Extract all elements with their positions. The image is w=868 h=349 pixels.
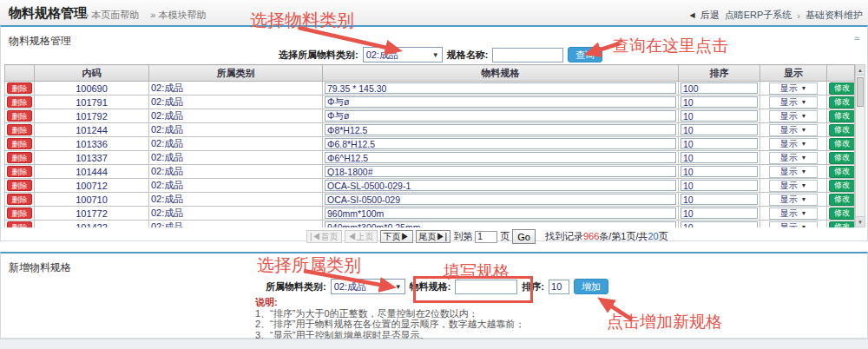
sort-cell-input[interactable] (681, 180, 758, 191)
scroll-down-icon[interactable]: ▼ (856, 216, 865, 227)
spec-name-input[interactable] (492, 48, 563, 63)
annotation-select-category: 选择物料类别 (250, 9, 354, 32)
table-row: 删除 101791 02:成品 显示 ▼ 修改 (5, 95, 855, 109)
delete-button[interactable]: 删除 (7, 180, 32, 191)
sort-cell-input[interactable] (681, 124, 758, 135)
spec-cell-input[interactable] (325, 138, 676, 149)
modify-button[interactable]: 修改 (829, 124, 855, 136)
modify-button[interactable]: 修改 (829, 166, 855, 178)
spec-cell-input[interactable] (325, 207, 676, 219)
delete-button[interactable]: 删除 (7, 124, 32, 135)
scrollbar-thumb[interactable] (857, 77, 864, 107)
delete-button[interactable]: 删除 (7, 207, 32, 219)
add-category-label: 所属物料类别: (266, 280, 326, 293)
sort-cell-input[interactable] (681, 166, 758, 177)
header-blank (5, 65, 35, 82)
spec-cell-input[interactable] (325, 152, 676, 163)
category-filter-label: 选择所属物料类别: (279, 49, 358, 62)
delete-button[interactable]: 删除 (7, 110, 32, 122)
prev-page-button[interactable]: ◀上页 (345, 230, 378, 243)
display-select[interactable]: 显示 ▼ (769, 96, 818, 109)
sort-cell-input[interactable] (681, 221, 758, 227)
spec-cell-input[interactable] (325, 180, 676, 191)
row-code: 101772 (35, 207, 149, 221)
sort-cell-input[interactable] (681, 82, 758, 94)
breadcrumb-separator: › (797, 10, 800, 21)
add-category-select[interactable]: 02:成品 ▼ (331, 279, 405, 294)
spec-cell-input[interactable] (325, 124, 676, 135)
go-button[interactable]: Go (512, 229, 536, 244)
modify-button[interactable]: 修改 (829, 110, 855, 122)
display-select[interactable]: 显示 ▼ (769, 207, 818, 220)
row-code: 101791 (35, 95, 149, 109)
display-select-value: 显示 (780, 96, 798, 109)
display-select[interactable]: 显示 ▼ (769, 82, 818, 95)
back-icon: ◀ (690, 11, 695, 19)
sort-cell-input[interactable] (681, 207, 758, 219)
spec-name-label: 规格名称: (447, 49, 489, 62)
display-select[interactable]: 显示 ▼ (769, 110, 818, 122)
row-code: 101336 (35, 137, 149, 151)
delete-button[interactable]: 删除 (7, 221, 32, 227)
row-category: 02:成品 (149, 207, 323, 221)
display-select[interactable]: 显示 ▼ (769, 138, 818, 150)
modify-button[interactable]: 修改 (829, 180, 855, 192)
query-button[interactable]: 查询 (568, 47, 602, 63)
sort-cell-input[interactable] (681, 194, 758, 205)
sort-cell-input[interactable] (681, 110, 758, 122)
next-page-button[interactable]: 下页▶ (380, 230, 413, 243)
row-category: 02:成品 (149, 179, 323, 193)
spec-cell-input[interactable] (325, 96, 676, 108)
modify-button[interactable]: 修改 (829, 194, 855, 206)
display-select-value: 显示 (780, 180, 798, 192)
modify-button[interactable]: 修改 (829, 207, 855, 220)
modify-button[interactable]: 修改 (829, 221, 855, 227)
display-select[interactable]: 显示 ▼ (769, 152, 818, 164)
breadcrumb-section[interactable]: 基础资料维护 (806, 9, 863, 22)
add-sort-input[interactable] (549, 280, 569, 294)
delete-button[interactable]: 删除 (7, 82, 32, 94)
sort-cell-input[interactable] (681, 152, 758, 163)
display-select[interactable]: 显示 ▼ (769, 166, 818, 178)
add-button[interactable]: 增加 (574, 279, 608, 294)
delete-button[interactable]: 删除 (7, 166, 32, 177)
page-title: 物料规格管理 (9, 5, 87, 22)
scroll-up-icon[interactable]: ▲ (856, 65, 865, 76)
delete-button[interactable]: 删除 (7, 194, 32, 205)
record-summary: 找到记录966条/第1页/共20页 (545, 230, 668, 243)
sort-cell-input[interactable] (681, 138, 758, 149)
display-select-value: 显示 (780, 110, 798, 122)
table-row: 删除 101792 02:成品 显示 ▼ 修改 (5, 109, 855, 123)
modify-button[interactable]: 修改 (829, 138, 855, 150)
add-panel-title: 新增物料规格 (9, 260, 71, 275)
spec-cell-input[interactable] (325, 110, 676, 122)
modify-button[interactable]: 修改 (829, 152, 855, 164)
spec-cell-input[interactable] (325, 194, 676, 205)
spec-cell-input[interactable] (325, 166, 676, 177)
last-page-button[interactable]: 尾页▶| (416, 230, 451, 243)
collapse-icon[interactable]: ≈ (854, 33, 859, 43)
module-help-link[interactable]: » 本模块帮助 (150, 10, 206, 20)
delete-button[interactable]: 删除 (7, 96, 32, 108)
delete-button[interactable]: 删除 (7, 152, 32, 163)
delete-button[interactable]: 删除 (7, 138, 32, 149)
chevron-down-icon: ▼ (395, 283, 402, 291)
first-page-button[interactable]: |◀首页 (306, 230, 342, 243)
breadcrumb-system[interactable]: 点晴ERP子系统 (725, 9, 792, 22)
spec-cell-input[interactable] (325, 221, 676, 227)
category-filter-select[interactable]: 02:成品 ▼ (363, 47, 443, 63)
vertical-scrollbar[interactable]: ▲ ▼ (855, 64, 865, 227)
sort-cell-input[interactable] (681, 96, 758, 108)
modify-button[interactable]: 修改 (829, 82, 855, 95)
page-number-input[interactable] (475, 231, 497, 243)
modify-button[interactable]: 修改 (829, 96, 855, 109)
display-select[interactable]: 显示 ▼ (769, 124, 818, 136)
spec-cell-input[interactable] (325, 82, 676, 94)
page-help-link[interactable]: » 本页面帮助 (83, 10, 139, 20)
filter-bar: 选择所属物料类别: 02:成品 ▼ 规格名称: 查询 (279, 46, 602, 63)
row-category: 02:成品 (149, 165, 323, 179)
back-link[interactable]: 后退 (700, 9, 720, 22)
display-select[interactable]: 显示 ▼ (769, 194, 818, 206)
display-select[interactable]: 显示 ▼ (769, 180, 818, 192)
display-select[interactable]: 显示 ▼ (769, 221, 818, 228)
